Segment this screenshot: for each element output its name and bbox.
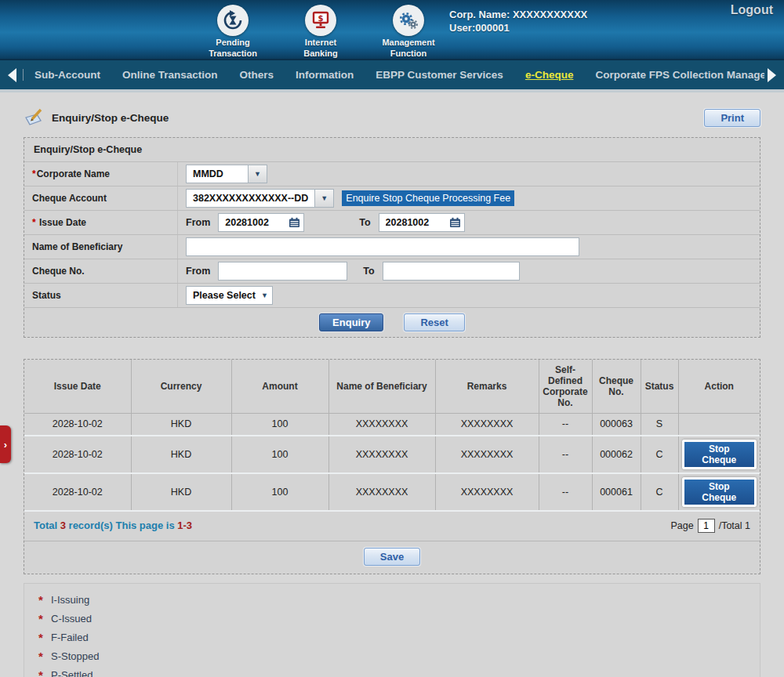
- main-nav: Sub-Account Online Transaction Others In…: [0, 60, 784, 92]
- calendar-icon[interactable]: [289, 217, 300, 228]
- col-self-defined: Self-Defined Corporate No.: [539, 360, 592, 414]
- issue-date-from-input[interactable]: [219, 217, 278, 228]
- form-section-title: Enquiry/Stop e-Cheque: [24, 138, 760, 161]
- nav-item-corporate-fps[interactable]: Corporate FPS Collection Management S: [584, 69, 764, 81]
- page-title: Enquiry/Stop e-Cheque: [52, 112, 169, 124]
- svg-text:$: $: [318, 14, 324, 23]
- management-function-label-2: Function: [390, 49, 426, 58]
- legend-item-issued: * C-Issued: [38, 610, 760, 628]
- action-cell-empty: [678, 414, 760, 436]
- corporate-name-select[interactable]: MMDD ▼: [186, 165, 267, 183]
- internet-banking-label-2: Banking: [303, 49, 337, 58]
- cheque-no-row: Cheque No. From To: [24, 259, 760, 283]
- form-buttons: Enquiry Reset: [24, 307, 760, 337]
- print-button[interactable]: Print: [704, 109, 760, 127]
- col-amount: Amount: [231, 360, 328, 414]
- table-row: 2028-10-02 HKD 100 XXXXXXXX XXXXXXXX -- …: [24, 414, 760, 436]
- issue-date-to-field: [379, 213, 465, 232]
- nav-item-others[interactable]: Others: [229, 69, 285, 81]
- page-number-input[interactable]: [698, 519, 715, 533]
- internet-banking-button[interactable]: $ Internet Banking: [293, 5, 348, 58]
- stop-cheque-button[interactable]: Stop Cheque: [682, 477, 757, 507]
- cheque-account-row: Cheque Account 382XXXXXXXXXXXX--DD ▼ Enq…: [24, 186, 760, 210]
- col-action: Action: [678, 360, 760, 414]
- legend-item-stopped: * S-Stopped: [38, 647, 760, 666]
- corp-name: Corp. Name: XXXXXXXXXXX: [449, 8, 587, 21]
- table-row: 2028-10-02 HKD 100 XXXXXXXX XXXXXXXX -- …: [24, 473, 760, 511]
- status-select[interactable]: Please Select ▼: [186, 286, 273, 305]
- total-count: 3: [60, 520, 66, 531]
- page-label: Page: [670, 520, 693, 531]
- stop-cheque-button[interactable]: Stop Cheque: [682, 440, 757, 469]
- cheque-pen-icon: [24, 108, 45, 127]
- legend-item-issuing: * I-Issuing: [38, 591, 760, 610]
- table-footer: Total 3 record(s) This page is 1-3 Page …: [24, 512, 760, 541]
- management-function-button[interactable]: Management Function: [381, 5, 436, 58]
- issue-date-to-input[interactable]: [379, 217, 439, 228]
- corporate-name-label: *Corporate Name: [24, 162, 178, 186]
- pending-transaction-icon: [217, 5, 249, 36]
- nav-item-e-cheque[interactable]: e-Cheque: [514, 69, 585, 81]
- reset-button[interactable]: Reset: [404, 313, 464, 331]
- corporate-name-row: *Corporate Name MMDD ▼: [24, 161, 760, 186]
- nav-scroll-right-icon[interactable]: [768, 68, 776, 82]
- enquiry-button[interactable]: Enquiry: [319, 313, 383, 331]
- nav-item-online-transaction[interactable]: Online Transaction: [111, 69, 229, 81]
- issue-date-from-label: From: [186, 217, 210, 228]
- nav-scroll-left-icon[interactable]: [8, 68, 16, 82]
- issue-date-label: * Issue Date: [24, 211, 178, 234]
- top-header: Pending Transaction $ Internet Banking: [0, 0, 784, 60]
- save-row: Save: [24, 541, 760, 574]
- cheque-no-from-label: From: [186, 266, 210, 277]
- internet-banking-label-1: Internet: [305, 38, 336, 47]
- page-content: Enquiry/Stop e-Cheque Print Enquiry/Stop…: [0, 108, 784, 677]
- issue-date-row: * Issue Date From To: [24, 210, 760, 234]
- cheque-account-label: Cheque Account: [24, 186, 178, 210]
- header-icon-group: Pending Transaction $ Internet Banking: [205, 5, 436, 58]
- cheque-no-to-input[interactable]: [383, 262, 520, 281]
- nav-items: Sub-Account Online Transaction Others In…: [24, 69, 764, 81]
- enquiry-form: Enquiry/Stop e-Cheque *Corporate Name MM…: [24, 137, 760, 338]
- internet-banking-icon: $: [305, 5, 336, 36]
- nav-item-ebpp-customer-services[interactable]: EBPP Customer Services: [365, 69, 514, 81]
- pending-transaction-label-2: Transaction: [209, 49, 257, 58]
- col-cheque-no: Cheque No.: [592, 360, 641, 414]
- logout-button[interactable]: Logout: [731, 3, 773, 17]
- pagination: Page /Total 1: [670, 519, 750, 533]
- title-row: Enquiry/Stop e-Cheque Print: [24, 108, 760, 127]
- cheque-no-from-input[interactable]: [218, 262, 347, 281]
- col-remarks: Remarks: [435, 360, 539, 414]
- legend-item-failed: * F-Failed: [38, 628, 760, 647]
- status-legend: * I-Issuing * C-Issued * F-Failed * S-St…: [24, 583, 760, 677]
- results-panel: Issue Date Currency Amount Name of Benef…: [24, 359, 760, 574]
- calendar-icon[interactable]: [449, 217, 461, 228]
- pending-transaction-button[interactable]: Pending Transaction: [205, 5, 260, 58]
- status-row: Status Please Select ▼: [24, 283, 760, 307]
- cheque-no-label: Cheque No.: [24, 259, 178, 283]
- beneficiary-label: Name of Beneficiary: [24, 235, 178, 259]
- pending-transaction-label-1: Pending: [216, 38, 249, 47]
- beneficiary-row: Name of Beneficiary: [24, 234, 760, 259]
- management-function-label-1: Management: [382, 38, 434, 47]
- chevron-down-icon[interactable]: ▼: [257, 287, 272, 304]
- nav-item-information[interactable]: Information: [285, 69, 365, 81]
- record-range: 1-3: [177, 520, 192, 531]
- table-header-row: Issue Date Currency Amount Name of Benef…: [24, 360, 760, 414]
- issue-date-to-label: To: [359, 217, 370, 228]
- results-table: Issue Date Currency Amount Name of Benef…: [24, 360, 760, 512]
- enquire-stop-cheque-fee-link[interactable]: Enquire Stop Cheque Processing Fee: [342, 190, 514, 206]
- chevron-right-icon: ›: [4, 439, 7, 451]
- chevron-down-icon[interactable]: ▼: [248, 165, 267, 183]
- col-issue-date: Issue Date: [24, 360, 131, 414]
- side-panel-expand-handle[interactable]: ›: [0, 425, 11, 463]
- status-label: Status: [24, 284, 178, 307]
- chevron-down-icon[interactable]: ▼: [314, 190, 333, 207]
- user-id: User:000001: [449, 21, 587, 34]
- col-currency: Currency: [131, 360, 231, 414]
- nav-item-sub-account[interactable]: Sub-Account: [24, 69, 111, 81]
- save-button[interactable]: Save: [364, 548, 420, 566]
- table-row: 2028-10-02 HKD 100 XXXXXXXX XXXXXXXX -- …: [24, 436, 760, 473]
- beneficiary-input[interactable]: [186, 237, 579, 256]
- total-pages: /Total 1: [719, 520, 750, 531]
- cheque-account-select[interactable]: 382XXXXXXXXXXXX--DD ▼: [186, 189, 334, 208]
